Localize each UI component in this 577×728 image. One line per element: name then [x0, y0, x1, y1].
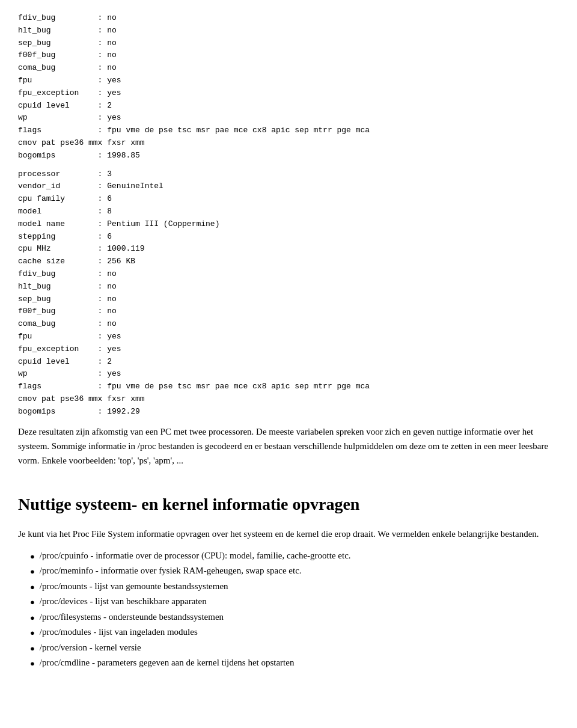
list-item: /proc/modules - lijst van ingeladen modu…	[30, 625, 559, 640]
prose-paragraph-1: Deze resultaten zijn afkomstig van een P…	[18, 424, 559, 468]
prose-paragraph-2: Je kunt via het Proc File System informa…	[18, 527, 559, 541]
list-item: /proc/version - kernel versie	[30, 640, 559, 656]
list-item: /proc/mounts - lijst van gemounte bestan…	[30, 579, 559, 595]
bullet-list: /proc/cpuinfo - informatie over de proce…	[24, 548, 559, 671]
code-section-1: fdiv_bug : no hlt_bug : no sep_bug : no …	[18, 12, 559, 162]
code-block-2: processor : 3 vendor_id : GenuineIntel c…	[18, 168, 559, 418]
list-item: /proc/cmdline - parameters gegeven aan d…	[30, 655, 559, 671]
list-item: /proc/cpuinfo - informatie over de proce…	[30, 548, 559, 564]
code-section-2: processor : 3 vendor_id : GenuineIntel c…	[18, 168, 559, 418]
code-block-1: fdiv_bug : no hlt_bug : no sep_bug : no …	[18, 12, 559, 162]
list-item: /proc/filesystems - ondersteunde bestand…	[30, 610, 559, 625]
list-item: /proc/meminfo - informatie over fysiek R…	[30, 563, 559, 579]
section-heading: Nuttige systeem- en kernel informatie op…	[18, 492, 559, 517]
list-item: /proc/devices - lijst van beschikbare ap…	[30, 594, 559, 610]
